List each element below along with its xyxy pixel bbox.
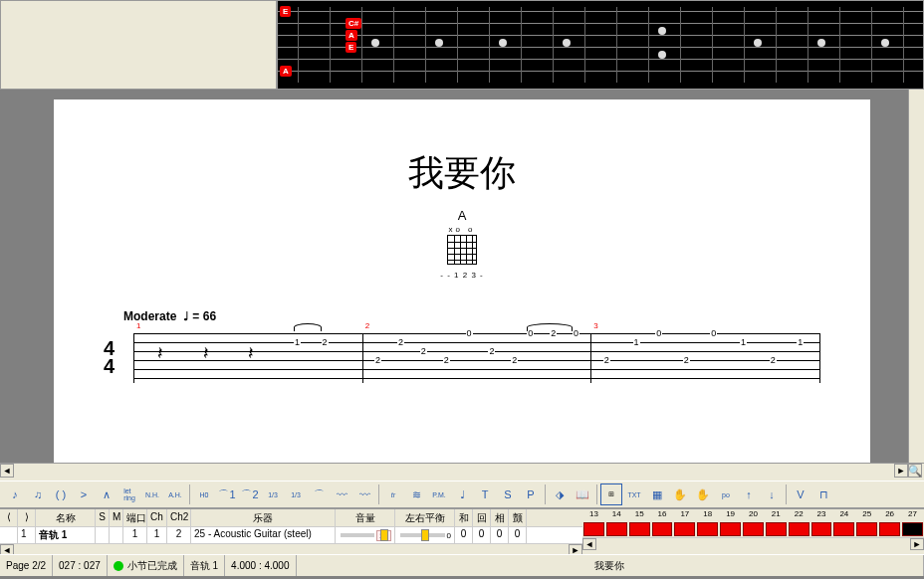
bend-2-button[interactable]: ⌒2 [239,483,261,505]
pan-header: 左右平衡 [395,509,455,526]
scroll-right-button[interactable]: ► [894,464,908,478]
measure-cell[interactable] [606,522,627,536]
ch2-header: Ch2 [167,509,191,526]
fingering-right-button[interactable]: ✋ [692,483,714,505]
marker-1-button[interactable]: ▦ [646,483,668,505]
vibrato-2-button[interactable]: 〰 [353,483,375,505]
bend-third-2-button[interactable]: 1/3 [285,483,307,505]
upstroke-button[interactable]: ↑ [738,483,760,505]
measure-cell[interactable] [743,522,764,536]
measure-overview[interactable]: 131415161718192021222324252627 ◄ ► [582,509,924,554]
expand-column[interactable]: ⟨ [0,509,18,526]
pop-button[interactable]: P [520,483,542,505]
chord-fingering: - - 1 2 3 - [104,271,820,280]
grace-note-button[interactable]: ♪ [4,483,26,505]
track-row[interactable]: 1 音轨 1 1 1 2 25 - Acoustic Guitar (steel… [0,527,582,543]
fretboard-panel: for(let i=0;i<20;i++)document.write('<di… [0,0,924,90]
accent-up-button[interactable]: ∧ [96,483,117,505]
string-note: E [346,42,356,53]
completion-status: 小节已完成 [108,555,184,576]
port-header: 端口 [123,509,147,526]
string-note: C# [346,18,361,29]
downstroke-button[interactable]: ↓ [761,483,783,505]
chord-diagram-button[interactable]: ⊞ [600,483,622,505]
chord-header: 和 [455,509,473,526]
measure-cell[interactable] [856,522,877,536]
hammer-button[interactable]: H0 [193,483,215,505]
natural-harmonic-button[interactable]: N.H. [141,483,163,505]
stroke-down-button[interactable]: ⬗ [549,483,571,505]
track-table: ⟨ ⟩ 名称 S M 端口 Ch Ch2 乐器 音量 左右平衡 和 回 相 颤 … [0,508,924,554]
chord-book-button[interactable]: 📖 [572,483,593,505]
text-button[interactable]: TXT [623,483,645,505]
scroll-left-button[interactable]: ◄ [0,464,14,478]
fretboard-display[interactable]: for(let i=0;i<20;i++)document.write('<di… [277,0,924,90]
bend-third-button[interactable]: 1/3 [262,483,284,505]
note-beam-button[interactable]: ♫ [27,483,49,505]
tremolo-button[interactable]: ≋ [405,483,427,505]
fretboard-left-panel [0,0,277,90]
tapping-button[interactable]: T [474,483,496,505]
measure-cell[interactable] [652,522,673,536]
volume-slider[interactable]: 13 [336,527,395,543]
staccato-button[interactable]: ♩ [451,483,473,505]
slap-button[interactable]: S [497,483,519,505]
chord-name: A [104,208,820,223]
effects-toolbar: ♪♫( )>∧letringN.H.A.H.H0⌒1⌒21/31/3⌒〰〰tr≋… [0,481,924,508]
string-note: E [280,6,291,17]
solo-header: S [96,509,110,526]
measure-cell[interactable] [629,522,650,536]
track-scrollbar[interactable]: ◄ ► [0,543,582,554]
statusbar: Page 2/2 027 : 027 小节已完成 音轨 1 4.000 : 4.… [0,554,924,576]
echo-header: 回 [473,509,491,526]
trem-header: 颤 [509,509,527,526]
measure-cell[interactable] [674,522,695,536]
instrument-header: 乐器 [191,509,336,526]
volume-header: 音量 [336,509,395,526]
song-title: 我要你 [104,149,820,198]
measure-cell[interactable] [720,522,741,536]
chord-diagram [447,235,477,271]
mute-header: M [110,509,123,526]
tablature-staff[interactable]: 44 1𝄽𝄽𝄽1222222022020321020121 [104,333,820,383]
pull-off-button[interactable]: po [715,483,737,505]
score-page: 我要你 A xo o - - 1 2 3 - Moderate ♩ = 66 4… [54,99,870,463]
string-note: A [346,30,357,41]
vibrato-1-button[interactable]: 〰 [331,483,352,505]
measure-cell[interactable] [879,522,900,536]
trill-button[interactable]: tr [382,483,404,505]
string-note: A [280,66,292,77]
let-ring-button[interactable]: letring [118,483,140,505]
pick-down-button[interactable]: V [790,483,811,505]
phase-header: 相 [491,509,509,526]
tempo-marking: Moderate ♩ = 66 [123,309,820,323]
measure-cell[interactable] [697,522,718,536]
measure-cell[interactable] [833,522,854,536]
artificial-harmonic-button[interactable]: A.H. [164,483,186,505]
pick-up-button[interactable]: ⊓ [812,483,834,505]
slur-button[interactable]: ⌒ [308,483,330,505]
measure-cell[interactable] [902,522,923,536]
timing-indicator: 4.000 : 4.000 [225,555,296,576]
chord-top-markers: xo o [104,225,820,234]
fingering-left-button[interactable]: ✋ [669,483,691,505]
document-area[interactable]: 我要你 A xo o - - 1 2 3 - Moderate ♩ = 66 4… [0,90,924,463]
collapse-column[interactable]: ⟩ [18,509,36,526]
bend-1-button[interactable]: ⌒1 [216,483,238,505]
page-indicator: Page 2/2 [0,555,53,576]
track-indicator: 音轨 1 [184,555,225,576]
accent-button[interactable]: > [73,483,95,505]
time-signature: 44 [104,333,133,383]
measure-cell[interactable] [811,522,832,536]
vertical-scrollbar[interactable] [908,90,924,463]
measure-cell[interactable] [789,522,809,536]
bar-indicator: 027 : 027 [53,555,108,576]
ghost-note-button[interactable]: ( ) [50,483,72,505]
pan-slider[interactable]: 0 [395,527,455,543]
zoom-button[interactable]: 🔍 [908,464,922,478]
ch-header: Ch [147,509,167,526]
name-header: 名称 [36,509,96,526]
palm-mute-button[interactable]: P.M. [428,483,450,505]
measure-cell[interactable] [766,522,787,536]
measure-cell[interactable] [583,522,604,536]
